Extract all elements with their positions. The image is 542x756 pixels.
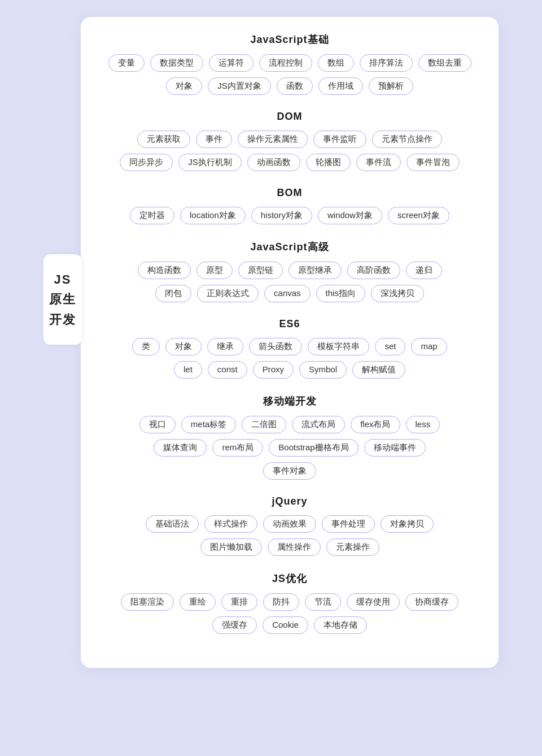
tag[interactable]: flex布局: [351, 416, 400, 433]
section-title-dom: DOM: [99, 111, 480, 123]
tags-row-mobile-2: 事件对象: [99, 462, 480, 480]
tag[interactable]: 事件冒泡: [406, 154, 460, 171]
side-label-text: JS 原生 开发: [49, 270, 76, 329]
tags-row-dom-1: 同步异步JS执行机制动画函数轮播图事件流事件冒泡: [99, 154, 480, 171]
tag[interactable]: 深浅拷贝: [371, 285, 424, 302]
tag[interactable]: 类: [132, 338, 160, 355]
tag[interactable]: 正则表达式: [197, 285, 259, 302]
tag[interactable]: 高阶函数: [347, 262, 400, 279]
section-js-optimize: JS优化阻塞渲染重绘重排防抖节流缓存使用协商缓存强缓存Cookie本地存储: [99, 572, 480, 634]
tag[interactable]: 递归: [406, 262, 442, 279]
tag[interactable]: location对象: [180, 207, 246, 224]
section-bom: BOM定时器location对象history对象window对象screen对…: [99, 187, 480, 224]
tag[interactable]: 元素获取: [137, 131, 190, 148]
tag[interactable]: 对象拷贝: [381, 515, 434, 533]
tag[interactable]: 元素操作: [326, 538, 379, 556]
section-title-js-optimize: JS优化: [99, 572, 480, 585]
tag[interactable]: const: [208, 361, 247, 379]
tag[interactable]: 本地存储: [314, 616, 367, 634]
tag[interactable]: 数组去重: [418, 54, 471, 72]
tag[interactable]: 事件处理: [322, 515, 375, 533]
tag[interactable]: meta标签: [181, 416, 236, 433]
tag[interactable]: 动画函数: [247, 154, 300, 171]
tag[interactable]: 视口: [139, 416, 176, 433]
tag[interactable]: 函数: [277, 77, 313, 95]
tag[interactable]: 箭头函数: [249, 338, 302, 355]
tag[interactable]: 流式布局: [292, 416, 345, 433]
tag[interactable]: 重绘: [180, 593, 216, 611]
tag[interactable]: 防抖: [263, 593, 299, 611]
tag[interactable]: 数据类型: [150, 54, 203, 72]
tag[interactable]: screen对象: [388, 207, 449, 224]
tag[interactable]: 原型继承: [289, 262, 342, 279]
tag[interactable]: 阻塞渲染: [121, 593, 174, 611]
tag[interactable]: 轮播图: [306, 154, 351, 171]
tags-row-js-advanced-0: 构造函数原型原型链原型继承高阶函数递归: [99, 262, 480, 279]
section-title-bom: BOM: [99, 187, 480, 199]
tag[interactable]: window对象: [318, 207, 382, 224]
tag[interactable]: Symbol: [299, 361, 347, 379]
tag[interactable]: 继承: [207, 338, 243, 355]
tag[interactable]: Proxy: [253, 361, 294, 379]
tag[interactable]: 解构赋值: [352, 361, 405, 379]
tag[interactable]: rem布局: [212, 439, 263, 457]
tag[interactable]: 移动端事件: [364, 439, 426, 457]
tag[interactable]: 属性操作: [268, 538, 321, 556]
tags-row-js-optimize-1: 强缓存Cookie本地存储: [99, 616, 480, 634]
tag[interactable]: JS内置对象: [208, 77, 271, 95]
section-title-js-basics: JavaScript基础: [99, 33, 480, 46]
tag[interactable]: 模板字符串: [308, 338, 369, 355]
tag[interactable]: 对象: [166, 77, 202, 95]
tag[interactable]: 缓存使用: [347, 593, 400, 611]
tag[interactable]: 闭包: [155, 285, 191, 302]
tag[interactable]: 同步异步: [120, 154, 173, 171]
tags-row-mobile-1: 媒体查询rem布局Bootstrap栅格布局移动端事件: [99, 439, 480, 457]
tag[interactable]: 运算符: [209, 54, 253, 72]
tag[interactable]: less: [406, 416, 440, 433]
tag[interactable]: 事件流: [356, 154, 401, 171]
tag[interactable]: 媒体查询: [154, 439, 207, 457]
tag[interactable]: 基础语法: [146, 515, 199, 533]
tag[interactable]: 事件: [196, 131, 232, 148]
tags-row-bom-0: 定时器location对象history对象window对象screen对象: [99, 207, 480, 224]
tag[interactable]: 预解析: [369, 77, 413, 95]
tag[interactable]: 事件监听: [313, 131, 366, 148]
tag[interactable]: 图片懒加载: [200, 538, 262, 556]
tag[interactable]: 构造函数: [138, 262, 191, 279]
tag[interactable]: map: [411, 338, 447, 355]
section-es6: ES6类对象继承箭头函数模板字符串setmapletconstProxySymb…: [99, 318, 480, 379]
tag[interactable]: 原型链: [238, 262, 283, 279]
section-title-es6: ES6: [99, 318, 480, 330]
tag[interactable]: history对象: [251, 207, 312, 224]
tag[interactable]: 动画效果: [263, 515, 316, 533]
tag[interactable]: Bootstrap栅格布局: [269, 439, 358, 457]
tag[interactable]: 样式操作: [204, 515, 257, 533]
tag[interactable]: 流程控制: [259, 54, 312, 72]
page-wrapper: JS 原生 开发 JavaScript基础变量数据类型运算符流程控制数组排序算法…: [43, 17, 499, 668]
section-js-advanced: JavaScript高级构造函数原型原型链原型继承高阶函数递归闭包正则表达式ca…: [99, 240, 480, 302]
tag[interactable]: 原型: [196, 262, 233, 279]
tag[interactable]: 对象: [165, 338, 202, 355]
tag[interactable]: 作用域: [318, 77, 363, 95]
tag[interactable]: 重排: [221, 593, 257, 611]
tag[interactable]: 排序算法: [360, 54, 413, 72]
tag[interactable]: set: [375, 338, 405, 355]
tag[interactable]: 节流: [305, 593, 341, 611]
tags-row-js-advanced-1: 闭包正则表达式canvasthis指向深浅拷贝: [99, 285, 480, 302]
tag[interactable]: 强缓存: [212, 616, 257, 634]
tag[interactable]: 元素节点操作: [372, 131, 442, 148]
tag[interactable]: 二倍图: [242, 416, 286, 433]
tag[interactable]: 协商缓存: [405, 593, 458, 611]
tag[interactable]: 事件对象: [263, 462, 316, 480]
tag[interactable]: 变量: [108, 54, 145, 72]
tag[interactable]: this指向: [316, 285, 365, 302]
tag[interactable]: 数组: [318, 54, 354, 72]
tag[interactable]: canvas: [264, 285, 311, 302]
tag[interactable]: let: [174, 361, 202, 379]
tags-row-es6-1: letconstProxySymbol解构赋值: [99, 361, 480, 379]
section-jquery: jQuery基础语法样式操作动画效果事件处理对象拷贝图片懒加载属性操作元素操作: [99, 496, 480, 556]
tag[interactable]: JS执行机制: [178, 154, 242, 171]
tag[interactable]: Cookie: [263, 616, 308, 634]
tag[interactable]: 操作元素属性: [238, 131, 308, 148]
tag[interactable]: 定时器: [130, 207, 174, 224]
